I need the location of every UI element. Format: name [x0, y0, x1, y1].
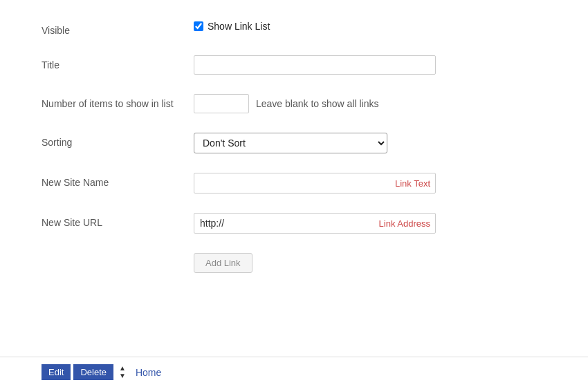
new-site-name-input[interactable] [194, 173, 436, 194]
new-site-url-input[interactable] [194, 213, 436, 234]
sort-down-arrow[interactable]: ▼ [119, 372, 126, 379]
bottom-bar: Edit Delete ▲ ▼ Home [0, 357, 588, 387]
show-link-list-wrapper: Show Link List [194, 21, 270, 32]
title-label: Title [42, 55, 194, 70]
items-row: Number of items to show in list Leave bl… [42, 94, 546, 113]
new-site-name-wrapper: Link Text [194, 173, 436, 194]
new-site-name-row: New Site Name Link Text [42, 173, 546, 194]
show-link-list-label: Show Link List [208, 21, 270, 32]
items-label: Number of items to show in list [42, 94, 194, 109]
title-input[interactable] [194, 55, 436, 75]
items-hint: Leave blank to show all links [256, 98, 378, 109]
visible-control: Show Link List [194, 21, 546, 32]
new-site-url-wrapper: Link Address [194, 213, 436, 234]
add-link-button[interactable]: Add Link [194, 253, 252, 273]
new-site-url-control: Link Address [194, 213, 546, 234]
visible-row: Visible Show Link List [42, 21, 546, 36]
sorting-select[interactable]: Don't Sort Alphabetical (A-Z) Alphabetic… [194, 133, 387, 153]
visible-label: Visible [42, 21, 194, 36]
add-link-spacer [42, 253, 194, 257]
sorting-label: Sorting [42, 133, 194, 148]
edit-button[interactable]: Edit [42, 364, 71, 380]
title-control [194, 55, 546, 75]
new-site-url-label: New Site URL [42, 213, 194, 228]
add-link-row: Add Link [42, 253, 546, 273]
items-control: Leave blank to show all links [194, 94, 546, 113]
sorting-control: Don't Sort Alphabetical (A-Z) Alphabetic… [194, 133, 546, 153]
new-site-name-control: Link Text [194, 173, 546, 194]
home-link[interactable]: Home [136, 367, 161, 378]
title-row: Title [42, 55, 546, 75]
sort-arrows: ▲ ▼ [119, 365, 126, 379]
new-site-name-label: New Site Name [42, 173, 194, 188]
sorting-row: Sorting Don't Sort Alphabetical (A-Z) Al… [42, 133, 546, 153]
new-site-url-row: New Site URL Link Address [42, 213, 546, 234]
show-link-list-checkbox[interactable] [194, 21, 203, 31]
items-input[interactable] [194, 94, 249, 113]
add-link-control: Add Link [194, 253, 546, 273]
sort-up-arrow[interactable]: ▲ [119, 365, 126, 372]
delete-button[interactable]: Delete [73, 364, 113, 380]
